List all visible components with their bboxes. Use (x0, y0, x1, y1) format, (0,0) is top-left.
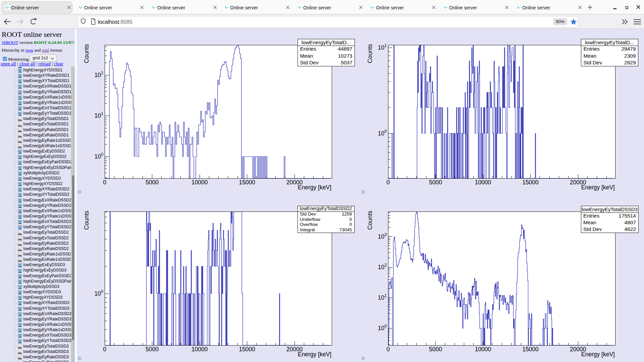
svg-text:0: 0 (386, 346, 390, 353)
svg-text:10273: 10273 (338, 53, 352, 59)
svg-text:2829: 2829 (624, 60, 636, 65)
svg-text:10000: 10000 (192, 346, 208, 353)
svg-text:lowEnergyEyTotalD...: lowEnergyEyTotalD... (302, 40, 351, 45)
svg-text:Overflow: Overflow (300, 222, 318, 227)
svg-text:2: 2 (384, 263, 387, 267)
svg-text:4807: 4807 (625, 220, 636, 225)
svg-text:5000: 5000 (429, 346, 442, 353)
svg-text:15000: 15000 (522, 179, 539, 186)
svg-text:1: 1 (101, 111, 103, 116)
svg-text:1: 1 (384, 293, 387, 298)
svg-text:29479: 29479 (621, 46, 636, 52)
svg-text:10000: 10000 (475, 179, 491, 186)
svg-text:Integral: Integral (300, 227, 315, 232)
svg-text:Counts: Counts (367, 210, 373, 230)
svg-text:Energy [keV]: Energy [keV] (581, 184, 615, 191)
svg-text:2: 2 (101, 71, 103, 75)
svg-text:Underflow: Underflow (300, 217, 320, 222)
svg-text:0: 0 (384, 129, 387, 134)
svg-text:2309: 2309 (624, 53, 636, 59)
svg-text:1: 1 (384, 43, 387, 48)
svg-text:Entries: Entries (583, 213, 599, 219)
svg-text:10: 10 (378, 325, 385, 331)
svg-text:5037: 5037 (341, 60, 352, 65)
svg-text:1259: 1259 (342, 212, 352, 217)
svg-text:73045: 73045 (339, 227, 352, 232)
svg-text:4622: 4622 (625, 226, 636, 232)
svg-text:Entries: Entries (300, 46, 316, 52)
svg-text:0: 0 (349, 222, 352, 227)
svg-text:10: 10 (378, 233, 385, 240)
svg-text:lowEnergyEyTotalDSSD2: lowEnergyEyTotalDSSD2 (300, 206, 352, 211)
svg-text:Std Dev: Std Dev (300, 212, 316, 217)
svg-text:0: 0 (103, 346, 106, 353)
svg-text:0: 0 (101, 289, 103, 294)
svg-text:5000: 5000 (146, 179, 159, 186)
svg-text:5000: 5000 (146, 346, 159, 353)
svg-text:10: 10 (95, 290, 101, 297)
svg-text:0: 0 (101, 152, 103, 157)
svg-text:Std Dev: Std Dev (583, 226, 602, 232)
svg-text:175514: 175514 (619, 213, 636, 219)
svg-text:15000: 15000 (239, 346, 255, 353)
svg-text:10: 10 (378, 130, 385, 137)
svg-text:Energy [keV]: Energy [keV] (298, 351, 331, 358)
svg-text:10000: 10000 (475, 346, 491, 353)
svg-text:3: 3 (384, 232, 387, 237)
svg-text:Std Dev: Std Dev (300, 60, 319, 65)
svg-text:Entries: Entries (584, 46, 600, 52)
svg-text:10: 10 (378, 294, 385, 301)
svg-text:lowEnergyEyTotalDSSD3: lowEnergyEyTotalDSSD3 (582, 207, 638, 212)
svg-text:Counts: Counts (83, 210, 90, 230)
svg-text:15000: 15000 (522, 346, 539, 353)
svg-text:0: 0 (103, 179, 106, 186)
svg-text:Mean: Mean (584, 53, 597, 59)
svg-text:10: 10 (95, 153, 101, 160)
svg-text:Energy [keV]: Energy [keV] (581, 351, 615, 358)
svg-text:Std Dev: Std Dev (584, 60, 602, 65)
svg-text:5000: 5000 (429, 179, 442, 186)
svg-text:Counts: Counts (83, 44, 90, 63)
svg-text:15000: 15000 (239, 179, 255, 186)
svg-text:10: 10 (95, 72, 101, 78)
svg-text:44897: 44897 (338, 46, 352, 52)
svg-text:Mean: Mean (583, 220, 596, 225)
svg-text:0: 0 (386, 179, 390, 186)
svg-text:lowEnergyEyTotalD...: lowEnergyEyTotalD... (585, 40, 634, 45)
svg-text:10: 10 (378, 264, 385, 270)
svg-text:Energy [keV]: Energy [keV] (298, 184, 331, 191)
svg-text:10: 10 (95, 112, 101, 119)
svg-text:10000: 10000 (192, 179, 208, 186)
svg-text:0: 0 (349, 217, 352, 222)
svg-text:Mean: Mean (300, 53, 313, 59)
svg-text:0: 0 (384, 324, 387, 328)
svg-text:Counts: Counts (367, 44, 373, 63)
svg-text:10: 10 (378, 44, 385, 51)
